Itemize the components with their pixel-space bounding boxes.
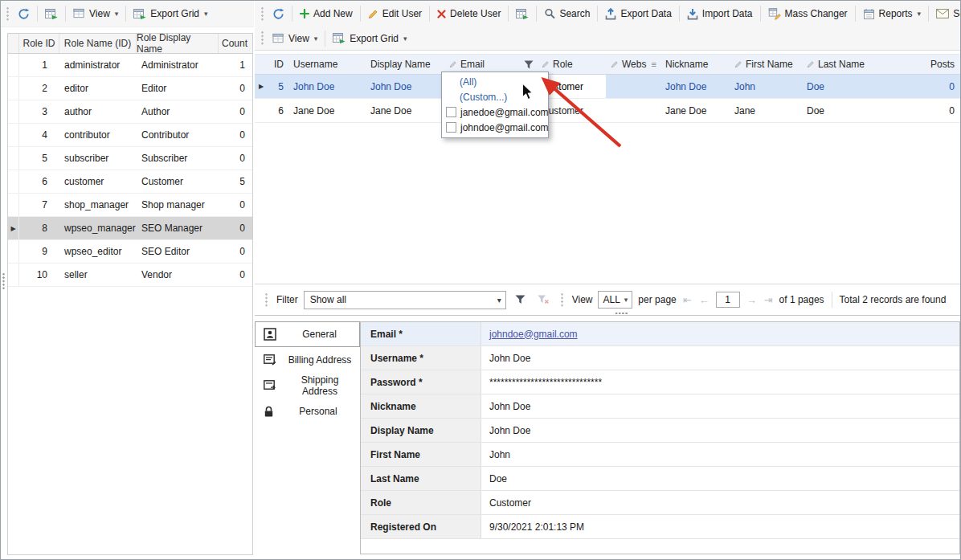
- role-row[interactable]: 3 author Author 0: [8, 100, 252, 124]
- role-row[interactable]: 9 wpseo_editor SEO Editor 0: [8, 240, 252, 264]
- user-row-selected[interactable]: ▶ 5 John Doe John Doe Customer John Doe …: [255, 75, 961, 99]
- cell-count: 1: [219, 59, 251, 71]
- toolbar-separator: [429, 6, 430, 22]
- column-header-posts[interactable]: Posts: [874, 55, 961, 74]
- last-page-button[interactable]: ⇥: [763, 294, 774, 306]
- email-link[interactable]: johndoe@gmail.com: [489, 329, 578, 340]
- toolbar-separator: [360, 6, 361, 22]
- import-data-button[interactable]: Import Data: [682, 5, 758, 23]
- role-row[interactable]: 7 shop_manager Shop manager 0: [8, 194, 252, 217]
- next-page-button[interactable]: →: [746, 294, 758, 306]
- checkbox[interactable]: [446, 122, 456, 133]
- delete-user-label: Delete User: [450, 8, 501, 19]
- field-label-password: Password *: [361, 370, 481, 394]
- column-header-role-id[interactable]: Role ID: [19, 34, 59, 53]
- view-icon: [73, 8, 85, 19]
- cell-role-display-name: Administrator: [137, 59, 219, 71]
- cell-role-id: 1: [19, 59, 59, 71]
- grid-settings-button[interactable]: [511, 5, 534, 23]
- refresh-users-button[interactable]: [268, 5, 289, 23]
- filter-option-email[interactable]: johndoe@gmail.com: [442, 120, 548, 135]
- filter-funnel-icon[interactable]: [524, 60, 534, 69]
- cell-role-display-name: Shop manager: [137, 199, 219, 211]
- first-page-button[interactable]: ⇤: [682, 294, 693, 306]
- toolbar-grip[interactable]: [264, 292, 268, 308]
- roles-grid-header: Role ID Role Name (ID) Role Display Name…: [8, 34, 252, 54]
- column-header-display-name[interactable]: Display Name: [366, 55, 444, 74]
- page-size-select[interactable]: ALL ▾: [598, 291, 632, 309]
- email-field[interactable]: johndoe@gmail.com: [481, 322, 959, 345]
- tab-general[interactable]: General: [255, 321, 360, 347]
- column-header-role-name[interactable]: Role Name (ID): [59, 34, 137, 53]
- search-button[interactable]: Search: [539, 5, 595, 22]
- users-view-button[interactable]: View ▾: [268, 30, 322, 47]
- role-row[interactable]: 2 editor Editor 0: [8, 77, 252, 100]
- role-row-selected[interactable]: ▶ 8 wpseo_manager SEO Manager 0: [8, 217, 252, 240]
- column-menu-icon[interactable]: ≡: [651, 59, 656, 69]
- users-export-grid-button[interactable]: Export Grid ▾: [328, 29, 411, 47]
- toolbar-grip: [560, 292, 564, 308]
- column-header-username[interactable]: Username: [288, 55, 366, 74]
- search-icon: [544, 8, 555, 19]
- tab-personal[interactable]: Personal: [255, 399, 360, 424]
- role-row[interactable]: 1 administrator Administrator 1: [8, 54, 252, 77]
- toolbar-separator: [855, 6, 856, 22]
- cell-role-name: administrator: [59, 59, 137, 71]
- chevron-down-icon: ▾: [624, 296, 628, 304]
- column-header-id[interactable]: ID: [268, 55, 288, 74]
- mass-changer-button[interactable]: Mass Changer: [763, 5, 853, 23]
- page-number-input[interactable]: [716, 292, 740, 308]
- add-new-button[interactable]: Add New: [295, 5, 358, 22]
- checkbox[interactable]: [446, 107, 456, 117]
- password-field[interactable]: ******************************: [481, 370, 959, 394]
- grid-options-button[interactable]: [40, 5, 63, 23]
- column-header-nickname[interactable]: Nickname: [660, 55, 730, 74]
- column-header-first-name[interactable]: First Name: [730, 55, 802, 74]
- toolbar-grip[interactable]: [260, 6, 264, 22]
- toolbar-separator: [125, 6, 126, 22]
- column-header-website[interactable]: Webs ≡: [606, 55, 660, 74]
- roles-export-grid-button[interactable]: Export Grid ▾: [129, 5, 212, 23]
- role-row[interactable]: 6 customer Customer 5: [8, 170, 252, 194]
- reports-button[interactable]: Reports ▾: [858, 5, 926, 23]
- roles-view-button[interactable]: View ▾: [68, 5, 123, 22]
- row-indicator: [8, 124, 19, 146]
- send-email-button[interactable]: Send E-Mail: [931, 5, 961, 22]
- user-row[interactable]: 6 Jane Doe Jane Doe Customer Jane Doe Ja…: [255, 99, 961, 123]
- first-name-field[interactable]: John: [481, 443, 959, 466]
- prev-page-button[interactable]: ←: [698, 294, 710, 306]
- tab-shipping-address[interactable]: Shipping Address: [255, 373, 360, 399]
- row-indicator: [8, 147, 19, 170]
- filter-option-email[interactable]: janedoe@gmail.com: [442, 104, 548, 120]
- panel-splitter-grip[interactable]: [2, 272, 6, 290]
- toolbar-grip[interactable]: [6, 6, 10, 22]
- nickname-field[interactable]: John Doe: [481, 394, 959, 418]
- filter-option-custom[interactable]: (Custom...): [442, 89, 548, 104]
- refresh-roles-button[interactable]: [13, 5, 35, 23]
- role-row[interactable]: 4 contributor Contributor 0: [8, 124, 252, 147]
- detail-splitter-grip[interactable]: [615, 312, 628, 315]
- edit-user-button[interactable]: Edit User: [363, 5, 427, 22]
- filter-combobox[interactable]: Show all ▾: [304, 291, 506, 309]
- users-toolbar-row2: View ▾ Export Grid ▾: [255, 27, 961, 51]
- last-name-field[interactable]: Doe: [481, 467, 959, 490]
- export-data-button[interactable]: Export Data: [600, 5, 676, 23]
- clear-filter-button[interactable]: [534, 292, 552, 307]
- delete-user-button[interactable]: Delete User: [432, 5, 505, 22]
- role-row[interactable]: 5 subscriber Subscriber 0: [8, 147, 252, 170]
- display-name-field[interactable]: John Doe: [481, 419, 959, 442]
- filter-option-all[interactable]: (All): [442, 74, 548, 89]
- role-row[interactable]: 10 seller Vendor 0: [8, 264, 252, 287]
- column-header-role-display-name[interactable]: Role Display Name: [137, 34, 219, 53]
- column-header-last-name[interactable]: Last Name: [802, 55, 874, 74]
- tab-billing-address[interactable]: Billing Address: [255, 347, 360, 373]
- apply-filter-button[interactable]: [512, 292, 529, 307]
- chevron-down-icon: ▾: [403, 35, 407, 43]
- toolbar-grip[interactable]: [260, 31, 264, 46]
- username-field[interactable]: John Doe: [481, 346, 959, 370]
- filter-combobox-value: Show all: [310, 294, 346, 305]
- role-field[interactable]: Customer: [481, 491, 959, 514]
- cell-last-name: Doe: [802, 99, 874, 122]
- column-header-count[interactable]: Count: [219, 34, 251, 53]
- cell-website: [606, 99, 660, 122]
